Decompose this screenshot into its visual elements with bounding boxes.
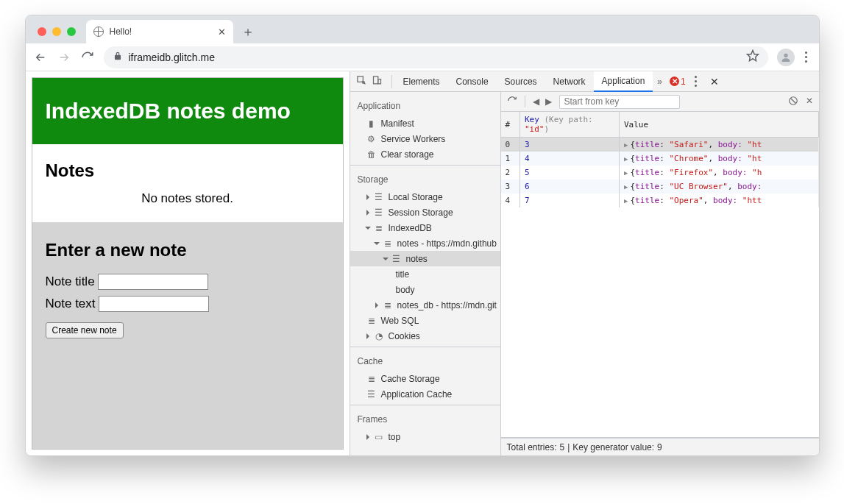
table-row[interactable]: 14▶{title: "Chrome", body: "ht bbox=[501, 152, 819, 166]
devtools-panel: Elements Console Sources Network Applica… bbox=[350, 71, 819, 455]
new-tab-button[interactable]: ＋ bbox=[238, 21, 258, 42]
svg-point-1 bbox=[784, 53, 787, 57]
label-note-title: Note title bbox=[46, 274, 95, 289]
bookmark-star-icon[interactable] bbox=[746, 49, 759, 65]
window-close[interactable] bbox=[38, 27, 46, 36]
sidebar-local-storage[interactable]: ☰Local Storage bbox=[350, 189, 500, 205]
devtools-tabbar: Elements Console Sources Network Applica… bbox=[350, 71, 819, 92]
key-generator-value: 9 bbox=[657, 442, 662, 452]
inspect-element-icon[interactable] bbox=[356, 75, 367, 88]
table-icon: ☰ bbox=[391, 254, 402, 264]
database-icon: ≣ bbox=[383, 238, 393, 249]
tab-title: Hello! bbox=[110, 26, 132, 37]
address-bar[interactable]: iframeidb.glitch.me bbox=[104, 46, 768, 68]
next-page-icon[interactable]: ▶ bbox=[545, 96, 552, 107]
tab-network[interactable]: Network bbox=[545, 71, 594, 92]
document-icon: ▮ bbox=[366, 118, 377, 129]
devtools-close-icon[interactable]: ✕ bbox=[703, 76, 726, 88]
trash-icon: 🗑 bbox=[366, 149, 377, 160]
browser-window: Hello! ✕ ＋ iframeidb.glitch.me bbox=[25, 15, 820, 456]
clear-object-store-icon[interactable] bbox=[788, 96, 798, 108]
profile-avatar[interactable] bbox=[777, 49, 795, 66]
sidebar-cache-storage[interactable]: ≣Cache Storage bbox=[350, 371, 500, 386]
sidebar-store-notes[interactable]: ☰notes bbox=[350, 251, 500, 266]
database-icon: ≣ bbox=[383, 300, 393, 310]
sidebar-manifest[interactable]: ▮Manifest bbox=[350, 116, 500, 131]
tab-elements[interactable]: Elements bbox=[395, 71, 448, 92]
content-area: IndexedDB notes demo Notes No notes stor… bbox=[26, 71, 819, 455]
data-toolbar: ◀ ▶ ✕ bbox=[501, 92, 819, 112]
sidebar-db-notes[interactable]: ≣notes - https://mdn.github bbox=[350, 235, 500, 251]
sidebar-cookies[interactable]: ◔Cookies bbox=[350, 328, 500, 344]
table-row[interactable]: 25▶{title: "Firefox", body: "h bbox=[501, 166, 819, 180]
col-key[interactable]: Key (Key path: "id") bbox=[520, 112, 620, 138]
demo-header: IndexedDB notes demo bbox=[32, 78, 343, 144]
devtools-menu-icon[interactable] bbox=[689, 76, 703, 87]
storage-icon: ☰ bbox=[374, 192, 384, 202]
form-heading: Enter a new note bbox=[46, 240, 330, 260]
svg-rect-3 bbox=[373, 76, 377, 83]
sidebar-app-cache[interactable]: ☰Application Cache bbox=[350, 386, 500, 402]
svg-rect-4 bbox=[377, 79, 380, 83]
table-row[interactable]: 36▶{title: "UC Browser", body: bbox=[501, 180, 819, 194]
group-cache: Cache bbox=[350, 352, 500, 371]
total-entries: 5 bbox=[560, 442, 565, 452]
create-note-button[interactable]: Create new note bbox=[46, 322, 124, 338]
lock-icon bbox=[113, 51, 123, 63]
reload-button[interactable] bbox=[80, 50, 95, 65]
caret-icon bbox=[366, 194, 369, 200]
indexeddb-data-view: ◀ ▶ ✕ # bbox=[501, 92, 819, 455]
tab-close-icon[interactable]: ✕ bbox=[218, 26, 226, 38]
browser-menu-icon[interactable] bbox=[805, 52, 807, 63]
database-icon: ≣ bbox=[366, 316, 377, 326]
start-from-key-input[interactable] bbox=[559, 95, 680, 109]
sidebar-service-workers[interactable]: ⚙Service Workers bbox=[350, 131, 500, 146]
sidebar-websql[interactable]: ≣Web SQL bbox=[350, 313, 500, 328]
caret-icon bbox=[366, 434, 369, 440]
application-sidebar: Application ▮Manifest ⚙Service Workers 🗑… bbox=[350, 92, 501, 455]
svg-marker-0 bbox=[747, 51, 758, 61]
back-button[interactable] bbox=[33, 50, 48, 65]
window-minimize[interactable] bbox=[52, 27, 61, 36]
browser-toolbar: iframeidb.glitch.me bbox=[26, 43, 819, 71]
window-zoom[interactable] bbox=[67, 27, 76, 36]
data-grid[interactable]: # Key (Key path: "id") Value bbox=[501, 112, 819, 438]
col-value[interactable]: Value bbox=[620, 112, 819, 138]
tab-application[interactable]: Application bbox=[594, 71, 653, 92]
prev-page-icon[interactable]: ◀ bbox=[533, 96, 539, 107]
url-text: iframeidb.glitch.me bbox=[129, 52, 216, 63]
reload-icon[interactable] bbox=[507, 96, 517, 108]
input-note-text[interactable] bbox=[99, 296, 209, 312]
caret-icon bbox=[374, 242, 380, 245]
demo-title: IndexedDB notes demo bbox=[46, 99, 330, 124]
tabs-overflow-icon[interactable]: » bbox=[653, 77, 667, 87]
sidebar-frame-top[interactable]: ▭top bbox=[350, 429, 500, 444]
delete-selected-icon[interactable]: ✕ bbox=[806, 96, 813, 108]
demo-form: Enter a new note Note title Note text Cr… bbox=[32, 222, 343, 449]
input-note-title[interactable] bbox=[98, 274, 208, 290]
sidebar-session-storage[interactable]: ☰Session Storage bbox=[350, 205, 500, 220]
group-application: Application bbox=[350, 96, 500, 116]
device-toolbar-icon[interactable] bbox=[372, 75, 383, 88]
page-viewport: IndexedDB notes demo Notes No notes stor… bbox=[26, 71, 350, 455]
sidebar-index-body[interactable]: body bbox=[350, 282, 500, 297]
globe-icon bbox=[93, 26, 104, 37]
error-indicator[interactable]: ✕1 bbox=[667, 77, 689, 87]
sidebar-index-title[interactable]: title bbox=[350, 266, 500, 282]
forward-button[interactable] bbox=[57, 50, 71, 65]
sidebar-clear-storage[interactable]: 🗑Clear storage bbox=[350, 146, 500, 162]
window-controls bbox=[32, 27, 82, 43]
sidebar-indexeddb[interactable]: ≣IndexedDB bbox=[350, 220, 500, 235]
table-row[interactable]: 47▶{title: "Opera", body: "htt bbox=[501, 194, 819, 207]
tab-sources[interactable]: Sources bbox=[497, 71, 545, 92]
storage-icon: ☰ bbox=[366, 389, 377, 400]
caret-icon bbox=[365, 227, 371, 230]
group-frames: Frames bbox=[350, 410, 500, 429]
table-row[interactable]: 03▶{title: "Safari", body: "ht bbox=[501, 138, 819, 152]
tab-console[interactable]: Console bbox=[448, 71, 497, 92]
storage-icon: ☰ bbox=[374, 207, 384, 218]
browser-tab[interactable]: Hello! ✕ bbox=[86, 20, 233, 43]
sidebar-db-notesdb[interactable]: ≣notes_db - https://mdn.git bbox=[350, 297, 500, 313]
frame-icon: ▭ bbox=[374, 432, 384, 442]
col-index[interactable]: # bbox=[501, 112, 520, 138]
